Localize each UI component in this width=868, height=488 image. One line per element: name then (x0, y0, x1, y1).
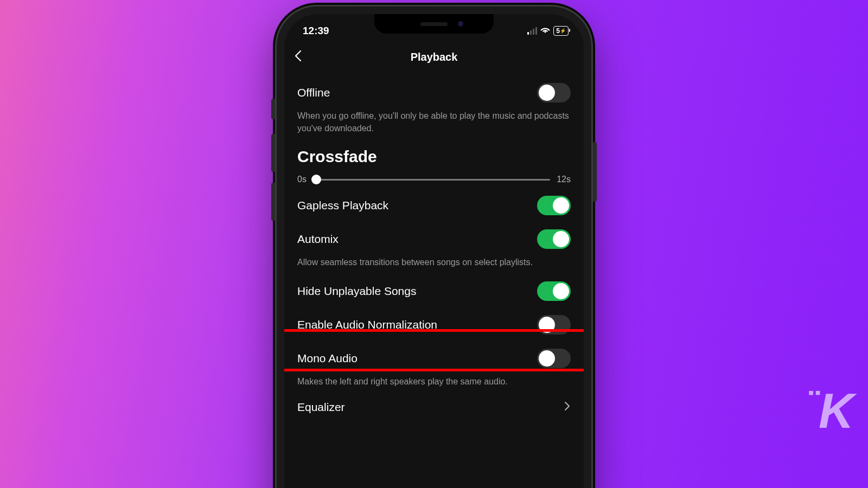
crossfade-min-label: 0s (297, 175, 307, 184)
phone-frame: 12:39 5⚡ Playback Offline When you go of… (277, 7, 591, 488)
hide-unplayable-toggle[interactable] (537, 281, 571, 301)
mono-audio-label: Mono Audio (297, 352, 358, 365)
phone-volume-down (271, 183, 275, 221)
offline-label: Offline (297, 86, 330, 99)
phone-screen: 12:39 5⚡ Playback Offline When you go of… (284, 14, 584, 488)
cellular-signal-icon (527, 27, 537, 35)
hide-unplayable-row: Hide Unplayable Songs (297, 274, 571, 308)
mono-audio-row: Mono Audio (297, 342, 571, 375)
automix-description: Allow seamless transitions between songs… (297, 256, 571, 274)
status-time: 12:39 (303, 25, 329, 37)
hide-unplayable-label: Hide Unplayable Songs (297, 285, 416, 298)
watermark-logo: ▪▪K (808, 383, 852, 439)
gapless-toggle[interactable] (537, 196, 571, 215)
mono-audio-toggle[interactable] (537, 349, 571, 368)
audio-normalization-row: Enable Audio Normalization (297, 308, 571, 342)
offline-toggle[interactable] (537, 83, 571, 102)
offline-row: Offline (297, 76, 571, 110)
status-right: 5⚡ (527, 25, 569, 36)
gapless-label: Gapless Playback (297, 199, 388, 212)
gapless-row: Gapless Playback (297, 189, 571, 222)
battery-icon: 5⚡ (553, 26, 569, 36)
audio-normalization-toggle[interactable] (537, 315, 571, 335)
automix-label: Automix (297, 233, 339, 246)
crossfade-max-label: 12s (557, 175, 571, 184)
crossfade-slider-row: 0s 12s (297, 171, 571, 189)
page-title: Playback (411, 51, 458, 63)
offline-description: When you go offline, you'll only be able… (297, 110, 571, 140)
crossfade-slider[interactable] (313, 179, 550, 181)
crossfade-section-title: Crossfade (297, 140, 571, 171)
automix-toggle[interactable] (537, 229, 571, 249)
mono-audio-description: Makes the left and right speakers play t… (297, 375, 571, 393)
equalizer-row[interactable]: Equalizer (297, 393, 571, 421)
automix-row: Automix (297, 222, 571, 256)
phone-power-button (593, 142, 597, 202)
phone-notch (374, 14, 494, 34)
back-button[interactable] (294, 49, 302, 66)
chevron-right-icon (564, 400, 571, 414)
nav-header: Playback (284, 42, 584, 72)
audio-normalization-label: Enable Audio Normalization (297, 318, 437, 331)
crossfade-slider-thumb[interactable] (311, 175, 321, 184)
settings-content[interactable]: Offline When you go offline, you'll only… (284, 72, 584, 421)
equalizer-label: Equalizer (297, 401, 345, 414)
phone-mute-switch (271, 99, 275, 119)
wifi-icon (540, 25, 550, 36)
phone-volume-up (271, 134, 275, 172)
